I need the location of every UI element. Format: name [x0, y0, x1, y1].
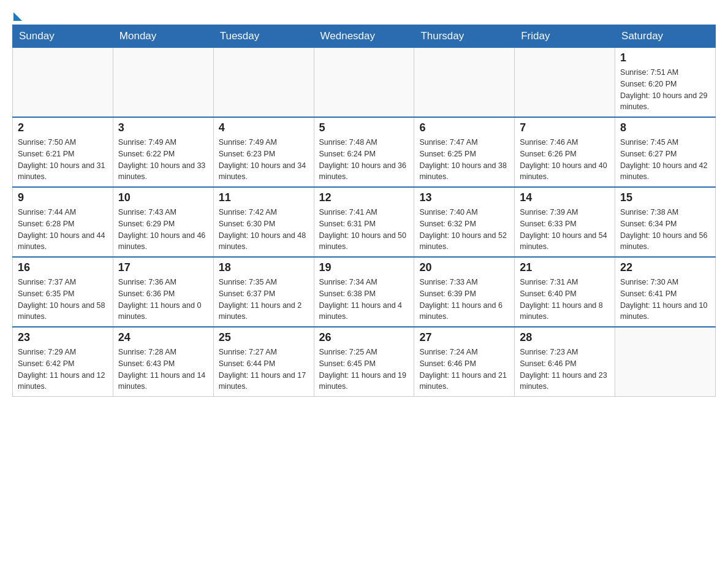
day-number: 13	[419, 191, 509, 204]
day-number: 3	[118, 121, 208, 134]
day-number: 18	[219, 261, 309, 274]
day-info: Sunrise: 7:37 AM Sunset: 6:35 PM Dayligh…	[18, 277, 108, 323]
day-info: Sunrise: 7:46 AM Sunset: 6:26 PM Dayligh…	[520, 137, 610, 183]
day-info: Sunrise: 7:29 AM Sunset: 6:42 PM Dayligh…	[18, 347, 108, 393]
day-info: Sunrise: 7:45 AM Sunset: 6:27 PM Dayligh…	[620, 137, 710, 183]
day-number: 14	[520, 191, 610, 204]
day-number: 24	[118, 331, 208, 344]
day-info: Sunrise: 7:43 AM Sunset: 6:29 PM Dayligh…	[118, 207, 208, 253]
day-info: Sunrise: 7:49 AM Sunset: 6:22 PM Dayligh…	[118, 137, 208, 183]
day-info: Sunrise: 7:38 AM Sunset: 6:34 PM Dayligh…	[620, 207, 710, 253]
calendar-cell: 2Sunrise: 7:50 AM Sunset: 6:21 PM Daylig…	[13, 117, 113, 187]
day-info: Sunrise: 7:47 AM Sunset: 6:25 PM Dayligh…	[419, 137, 509, 183]
day-number: 26	[319, 331, 409, 344]
calendar-cell: 15Sunrise: 7:38 AM Sunset: 6:34 PM Dayli…	[615, 187, 716, 257]
calendar-cell: 25Sunrise: 7:27 AM Sunset: 6:44 PM Dayli…	[213, 327, 314, 397]
day-number: 21	[520, 261, 610, 274]
calendar-cell: 24Sunrise: 7:28 AM Sunset: 6:43 PM Dayli…	[113, 327, 213, 397]
day-number: 22	[620, 261, 710, 274]
calendar-week-row: 1Sunrise: 7:51 AM Sunset: 6:20 PM Daylig…	[13, 48, 716, 118]
calendar-cell: 4Sunrise: 7:49 AM Sunset: 6:23 PM Daylig…	[213, 117, 314, 187]
day-number: 11	[219, 191, 309, 204]
calendar-cell: 16Sunrise: 7:37 AM Sunset: 6:35 PM Dayli…	[13, 257, 113, 327]
calendar-cell: 14Sunrise: 7:39 AM Sunset: 6:33 PM Dayli…	[515, 187, 615, 257]
day-number: 10	[118, 191, 208, 204]
calendar-day-header: Thursday	[414, 25, 515, 48]
day-number: 27	[419, 331, 509, 344]
calendar-cell	[414, 48, 515, 118]
calendar-header-row: SundayMondayTuesdayWednesdayThursdayFrid…	[13, 25, 716, 48]
calendar-cell	[314, 48, 414, 118]
day-number: 15	[620, 191, 710, 204]
day-number: 8	[620, 121, 710, 134]
calendar-cell	[615, 327, 716, 397]
day-info: Sunrise: 7:23 AM Sunset: 6:46 PM Dayligh…	[520, 347, 610, 393]
calendar-cell: 5Sunrise: 7:48 AM Sunset: 6:24 PM Daylig…	[314, 117, 414, 187]
calendar-cell: 3Sunrise: 7:49 AM Sunset: 6:22 PM Daylig…	[113, 117, 213, 187]
calendar-cell: 19Sunrise: 7:34 AM Sunset: 6:38 PM Dayli…	[314, 257, 414, 327]
calendar-cell: 18Sunrise: 7:35 AM Sunset: 6:37 PM Dayli…	[213, 257, 314, 327]
calendar-week-row: 23Sunrise: 7:29 AM Sunset: 6:42 PM Dayli…	[13, 327, 716, 397]
day-info: Sunrise: 7:42 AM Sunset: 6:30 PM Dayligh…	[219, 207, 309, 253]
day-info: Sunrise: 7:31 AM Sunset: 6:40 PM Dayligh…	[520, 277, 610, 323]
calendar-cell: 26Sunrise: 7:25 AM Sunset: 6:45 PM Dayli…	[314, 327, 414, 397]
calendar-cell: 27Sunrise: 7:24 AM Sunset: 6:46 PM Dayli…	[414, 327, 515, 397]
calendar-day-header: Friday	[515, 25, 615, 48]
calendar-cell: 13Sunrise: 7:40 AM Sunset: 6:32 PM Dayli…	[414, 187, 515, 257]
calendar-cell: 10Sunrise: 7:43 AM Sunset: 6:29 PM Dayli…	[113, 187, 213, 257]
day-number: 5	[319, 121, 409, 134]
day-number: 7	[520, 121, 610, 134]
day-info: Sunrise: 7:40 AM Sunset: 6:32 PM Dayligh…	[419, 207, 509, 253]
calendar-day-header: Monday	[113, 25, 213, 48]
day-number: 1	[620, 52, 710, 64]
day-number: 9	[18, 191, 108, 204]
day-info: Sunrise: 7:36 AM Sunset: 6:36 PM Dayligh…	[118, 277, 208, 323]
day-number: 19	[319, 261, 409, 274]
calendar-cell: 22Sunrise: 7:30 AM Sunset: 6:41 PM Dayli…	[615, 257, 716, 327]
day-number: 2	[18, 121, 108, 134]
day-info: Sunrise: 7:49 AM Sunset: 6:23 PM Dayligh…	[219, 137, 309, 183]
calendar-cell	[13, 48, 113, 118]
calendar-cell: 12Sunrise: 7:41 AM Sunset: 6:31 PM Dayli…	[314, 187, 414, 257]
calendar-day-header: Sunday	[13, 25, 113, 48]
day-info: Sunrise: 7:30 AM Sunset: 6:41 PM Dayligh…	[620, 277, 710, 323]
calendar-cell: 11Sunrise: 7:42 AM Sunset: 6:30 PM Dayli…	[213, 187, 314, 257]
day-info: Sunrise: 7:41 AM Sunset: 6:31 PM Dayligh…	[319, 207, 409, 253]
day-number: 23	[18, 331, 108, 344]
day-number: 12	[319, 191, 409, 204]
calendar-week-row: 2Sunrise: 7:50 AM Sunset: 6:21 PM Daylig…	[13, 117, 716, 187]
calendar-cell: 20Sunrise: 7:33 AM Sunset: 6:39 PM Dayli…	[414, 257, 515, 327]
calendar-day-header: Tuesday	[213, 25, 314, 48]
day-info: Sunrise: 7:35 AM Sunset: 6:37 PM Dayligh…	[219, 277, 309, 323]
calendar-week-row: 16Sunrise: 7:37 AM Sunset: 6:35 PM Dayli…	[13, 257, 716, 327]
day-info: Sunrise: 7:48 AM Sunset: 6:24 PM Dayligh…	[319, 137, 409, 183]
day-number: 16	[18, 261, 108, 274]
day-info: Sunrise: 7:27 AM Sunset: 6:44 PM Dayligh…	[219, 347, 309, 393]
day-number: 20	[419, 261, 509, 274]
calendar-cell: 28Sunrise: 7:23 AM Sunset: 6:46 PM Dayli…	[515, 327, 615, 397]
day-number: 28	[520, 331, 610, 344]
calendar-cell: 6Sunrise: 7:47 AM Sunset: 6:25 PM Daylig…	[414, 117, 515, 187]
day-info: Sunrise: 7:25 AM Sunset: 6:45 PM Dayligh…	[319, 347, 409, 393]
page-header	[12, 12, 716, 18]
day-info: Sunrise: 7:50 AM Sunset: 6:21 PM Dayligh…	[18, 137, 108, 183]
logo	[12, 12, 23, 18]
calendar-cell: 8Sunrise: 7:45 AM Sunset: 6:27 PM Daylig…	[615, 117, 716, 187]
calendar-cell	[213, 48, 314, 118]
calendar-cell	[113, 48, 213, 118]
day-info: Sunrise: 7:24 AM Sunset: 6:46 PM Dayligh…	[419, 347, 509, 393]
calendar-table: SundayMondayTuesdayWednesdayThursdayFrid…	[12, 25, 716, 397]
day-number: 17	[118, 261, 208, 274]
calendar-cell: 23Sunrise: 7:29 AM Sunset: 6:42 PM Dayli…	[13, 327, 113, 397]
calendar-cell: 7Sunrise: 7:46 AM Sunset: 6:26 PM Daylig…	[515, 117, 615, 187]
day-number: 4	[219, 121, 309, 134]
calendar-week-row: 9Sunrise: 7:44 AM Sunset: 6:28 PM Daylig…	[13, 187, 716, 257]
calendar-cell: 1Sunrise: 7:51 AM Sunset: 6:20 PM Daylig…	[615, 48, 716, 118]
day-number: 25	[219, 331, 309, 344]
day-info: Sunrise: 7:39 AM Sunset: 6:33 PM Dayligh…	[520, 207, 610, 253]
day-info: Sunrise: 7:28 AM Sunset: 6:43 PM Dayligh…	[118, 347, 208, 393]
logo-arrow-icon	[13, 12, 22, 21]
day-info: Sunrise: 7:34 AM Sunset: 6:38 PM Dayligh…	[319, 277, 409, 323]
day-info: Sunrise: 7:44 AM Sunset: 6:28 PM Dayligh…	[18, 207, 108, 253]
calendar-cell: 9Sunrise: 7:44 AM Sunset: 6:28 PM Daylig…	[13, 187, 113, 257]
